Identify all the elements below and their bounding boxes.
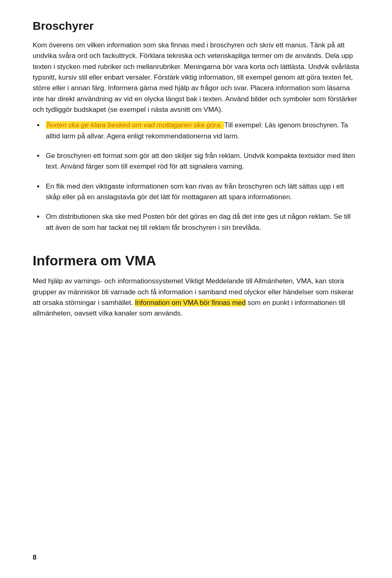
informera-paragraph: Med hjälp av varnings- och informationss… (33, 276, 359, 319)
bullet2-text: Ge broschyren ett format som gör att den… (46, 152, 355, 170)
broschyrer-intro: Kom överens om vilken information som sk… (33, 40, 359, 115)
broschyrer-section: Broschyrer Kom överens om vilken informa… (33, 20, 359, 233)
informera-section: Informera om VMA Med hjälp av varnings- … (33, 253, 359, 319)
informera-title: Informera om VMA (33, 253, 359, 269)
page-number: 8 (33, 554, 36, 562)
bullet4-text: Om distributionen ska ske med Posten bör… (46, 213, 351, 231)
bullet-item-4: Om distributionen ska ske med Posten bör… (44, 211, 359, 233)
bullet-item-1: Texten ska ge klara besked om vad mottag… (44, 120, 359, 142)
broschyrer-bullet-list: Texten ska ge klara besked om vad mottag… (44, 120, 359, 233)
informera-highlight: Information om VMA bör finnas med (135, 299, 245, 307)
broschyrer-title: Broschyrer (33, 20, 359, 33)
bullet-item-3: En flik med den viktigaste informationen… (44, 181, 359, 203)
bullet-item-2: Ge broschyren ett format som gör att den… (44, 151, 359, 172)
broschyrer-intro-text: Kom överens om vilken information som sk… (33, 41, 359, 113)
page: Broschyrer Kom överens om vilken informa… (0, 0, 392, 578)
bullet1-highlight: Texten ska ge klara besked om vad mottag… (46, 121, 224, 129)
bullet3-text: En flik med den viktigaste informationen… (46, 182, 344, 201)
